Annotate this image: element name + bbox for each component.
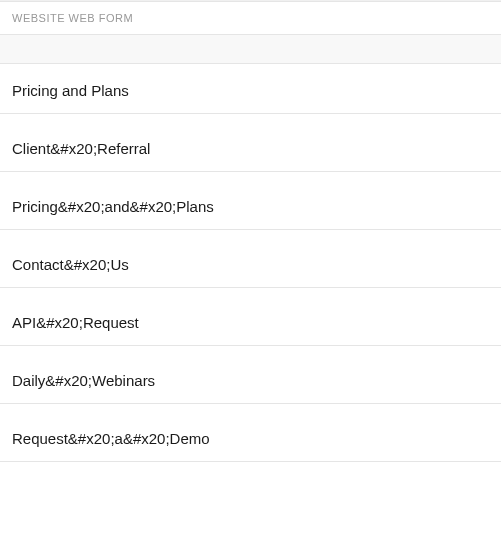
option-pricing-and-plans[interactable]: Pricing&#x20;and&#x20;Plans [0, 172, 501, 230]
field-label: WEBSITE WEB FORM [12, 12, 489, 24]
current-value[interactable]: Pricing and Plans [0, 64, 501, 113]
option-request-a-demo[interactable]: Request&#x20;a&#x20;Demo [0, 404, 501, 462]
web-form-picker: WEBSITE WEB FORM Pricing and Plans Clien… [0, 0, 501, 462]
option-contact-us[interactable]: Contact&#x20;Us [0, 230, 501, 288]
selected-value-row [0, 34, 501, 64]
field-header: WEBSITE WEB FORM [0, 2, 501, 34]
option-client-referral[interactable]: Client&#x20;Referral [0, 114, 501, 172]
option-api-request[interactable]: API&#x20;Request [0, 288, 501, 346]
option-daily-webinars[interactable]: Daily&#x20;Webinars [0, 346, 501, 404]
